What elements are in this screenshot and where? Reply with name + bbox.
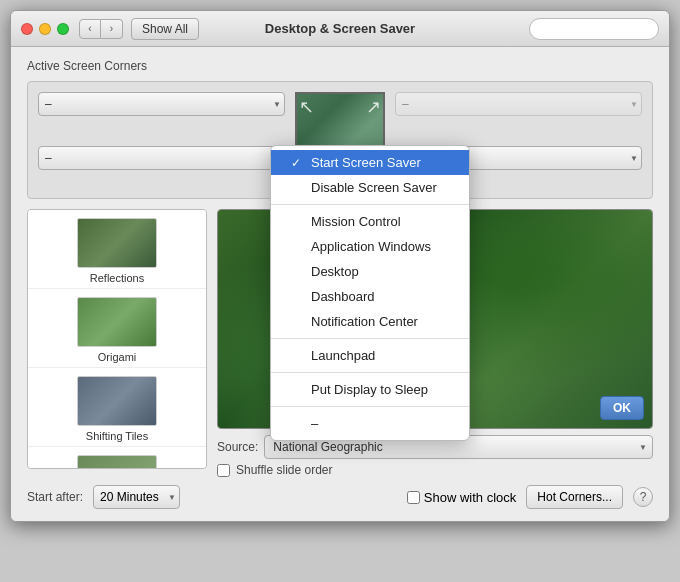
bottom-left-corner-select[interactable]: – Mission Control Application Windows De… [38,146,285,170]
dropdown-item-label: Launchpad [311,348,375,363]
dropdown-separator-1 [271,204,469,205]
forward-button[interactable]: › [101,19,123,39]
source-label: Source: [217,440,258,454]
dropdown-item-put-display-sleep[interactable]: Put Display to Sleep [271,377,469,402]
sliding-thumb-image [78,456,156,469]
dropdown-item-label: Disable Screen Saver [311,180,437,195]
dropdown-separator-3 [271,372,469,373]
close-button[interactable] [21,23,33,35]
dropdown-item-label: Start Screen Saver [311,155,421,170]
bottom-bar: Start after: 1 Minute 2 Minutes 5 Minute… [27,485,653,509]
title-bar: ‹ › Show All Desktop & Screen Saver [11,11,669,47]
sliding-thumbnail [77,455,157,469]
reflections-thumb-image [78,219,156,267]
dropdown-item-label: Notification Center [311,314,418,329]
show-all-button[interactable]: Show All [131,18,199,40]
dropdown-item-dash[interactable]: – [271,411,469,436]
dropdown-item-application-windows[interactable]: Application Windows [271,234,469,259]
dropdown-item-desktop[interactable]: Desktop [271,259,469,284]
dropdown-item-dashboard[interactable]: Dashboard [271,284,469,309]
dropdown-item-launchpad[interactable]: Launchpad [271,343,469,368]
screensaver-scroll[interactable]: Reflections Origami Shifting Tiles [27,209,207,469]
shuffle-label: Shuffle slide order [236,463,333,477]
shifting-thumb-image [78,377,156,425]
shifting-thumbnail [77,376,157,426]
section-label: Active Screen Corners [27,59,653,73]
help-button[interactable]: ? [633,487,653,507]
dropdown-item-mission-control[interactable]: Mission Control [271,209,469,234]
minimize-button[interactable] [39,23,51,35]
list-item[interactable]: Shifting Tiles [28,368,206,447]
dropdown-item-disable-screen-saver[interactable]: Disable Screen Saver [271,175,469,200]
show-clock-checkbox[interactable] [407,491,420,504]
dropdown-item-label: Dashboard [311,289,375,304]
dropdown-item-label: Desktop [311,264,359,279]
top-right-corner-select[interactable]: – Mission Control Application Windows De… [395,92,642,116]
clock-checkbox-area: Show with clock [407,490,516,505]
dropdown-item-label: – [311,416,318,431]
search-input[interactable] [538,22,650,36]
origami-label: Origami [98,351,137,363]
list-item[interactable]: Reflections [28,210,206,289]
dropdown-item-notification-center[interactable]: Notification Center [271,309,469,334]
corners-selects-left: – Mission Control Application Windows De… [38,92,285,170]
search-box[interactable] [529,18,659,40]
dropdown-menu: ✓ Start Screen Saver Disable Screen Save… [270,145,470,441]
dropdown-item-label: Put Display to Sleep [311,382,428,397]
top-left-corner-select[interactable]: – Mission Control Application Windows De… [38,92,285,116]
hot-corners-button[interactable]: Hot Corners... [526,485,623,509]
bottom-left-select-wrapper[interactable]: – Mission Control Application Windows De… [38,146,285,170]
maximize-button[interactable] [57,23,69,35]
window-title: Desktop & Screen Saver [265,21,415,36]
dropdown-separator-4 [271,406,469,407]
ok-button[interactable]: OK [600,396,644,420]
list-item[interactable]: Sliding Panels [28,447,206,469]
dropdown-separator-2 [271,338,469,339]
nav-buttons: ‹ › [79,19,123,39]
dropdown-item-label: Application Windows [311,239,431,254]
start-after-label: Start after: [27,490,83,504]
top-right-select-wrapper[interactable]: – Mission Control Application Windows De… [395,92,642,116]
reflections-thumbnail [77,218,157,268]
start-after-select-wrapper[interactable]: 1 Minute 2 Minutes 5 Minutes 10 Minutes … [93,485,180,509]
show-clock-label: Show with clock [424,490,516,505]
shuffle-checkbox[interactable] [217,464,230,477]
back-button[interactable]: ‹ [79,19,101,39]
shuffle-row: Shuffle slide order [217,463,653,477]
dropdown-item-label: Mission Control [311,214,401,229]
traffic-lights [21,23,69,35]
list-item[interactable]: Origami [28,289,206,368]
start-after-select[interactable]: 1 Minute 2 Minutes 5 Minutes 10 Minutes … [93,485,180,509]
shifting-tiles-label: Shifting Tiles [86,430,148,442]
top-left-select-wrapper[interactable]: – Mission Control Application Windows De… [38,92,285,116]
origami-thumbnail [77,297,157,347]
origami-thumb-image [78,298,156,346]
checkmark-icon: ✓ [291,156,305,170]
reflections-label: Reflections [90,272,144,284]
dropdown-item-start-screen-saver[interactable]: ✓ Start Screen Saver [271,150,469,175]
screensaver-list: Reflections Origami Shifting Tiles [27,209,207,477]
